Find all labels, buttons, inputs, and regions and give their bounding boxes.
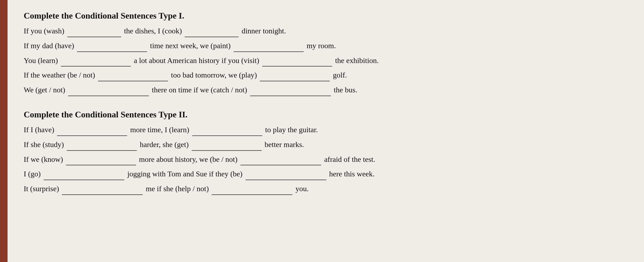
left-accent-bar bbox=[0, 0, 8, 262]
blank-1a[interactable] bbox=[67, 30, 121, 37]
line2-part1: If my dad (have) bbox=[24, 41, 74, 50]
exercise-line-3: You (learn) a lot about American history… bbox=[24, 55, 628, 67]
exercise-line-9: I (go) jogging with Tom and Sue if they … bbox=[24, 168, 628, 180]
blank-7b[interactable] bbox=[192, 143, 262, 151]
line10-part2: me if she (help / not) bbox=[146, 184, 209, 193]
line5-part3: the bus. bbox=[334, 86, 357, 94]
blank-1b[interactable] bbox=[185, 30, 239, 37]
line4-part2: too bad tomorrow, we (play) bbox=[171, 71, 257, 79]
exercise-line-6: If I (have) more time, I (learn) to play… bbox=[24, 124, 628, 136]
line5-part2: there on time if we (catch / not) bbox=[152, 86, 247, 94]
blank-6b[interactable] bbox=[192, 128, 262, 136]
line9-part1: I (go) bbox=[24, 170, 41, 178]
blank-7a[interactable] bbox=[67, 143, 137, 151]
line2-part3: my room. bbox=[307, 41, 336, 50]
line7-part3: better marks. bbox=[265, 140, 304, 149]
section1-title: Complete the Conditional Sentences Type … bbox=[24, 11, 628, 21]
exercise-line-1: If you (wash) the dishes, I (cook) dinne… bbox=[24, 25, 628, 37]
line9-part2: jogging with Tom and Sue if they (be) bbox=[127, 170, 243, 178]
blank-3b[interactable] bbox=[262, 59, 332, 67]
blank-8a[interactable] bbox=[66, 158, 136, 165]
line1-part3: dinner tonight. bbox=[242, 27, 286, 35]
section-gap bbox=[24, 99, 628, 110]
line1-part1: If you (wash) bbox=[24, 27, 64, 35]
blank-3a[interactable] bbox=[61, 59, 131, 67]
line8-part3: afraid of the test. bbox=[324, 155, 375, 163]
line3-part3: the exhibition. bbox=[335, 56, 379, 65]
line3-part2: a lot about American history if you (vis… bbox=[134, 56, 259, 65]
line8-part2: more about history, we (be / not) bbox=[139, 155, 237, 163]
line1-part2: the dishes, I (cook) bbox=[124, 27, 182, 35]
line4-part3: golf. bbox=[333, 71, 347, 79]
line8-part1: If we (know) bbox=[24, 155, 63, 163]
line7-part2: harder, she (get) bbox=[140, 140, 189, 149]
blank-8b[interactable] bbox=[240, 158, 321, 165]
blank-5b[interactable] bbox=[250, 89, 331, 96]
line9-part3: here this week. bbox=[329, 170, 375, 178]
exercise-line-7: If she (study) harder, she (get) better … bbox=[24, 139, 628, 151]
blank-6a[interactable] bbox=[57, 128, 127, 136]
line6-part3: to play the guitar. bbox=[265, 125, 318, 134]
blank-5a[interactable] bbox=[68, 89, 149, 96]
blank-10b[interactable] bbox=[212, 187, 292, 195]
blank-2a[interactable] bbox=[77, 44, 147, 52]
exercise-line-10: It (surprise) me if she (help / not) you… bbox=[24, 183, 628, 195]
line10-part3: you. bbox=[295, 184, 309, 193]
line5-part1: We (get / not) bbox=[24, 86, 65, 94]
line3-part1: You (learn) bbox=[24, 56, 58, 65]
exercise-line-4: If the weather (be / not) too bad tomorr… bbox=[24, 69, 628, 81]
main-content: Complete the Conditional Sentences Type … bbox=[8, 0, 644, 262]
line2-part2: time next week, we (paint) bbox=[150, 41, 230, 50]
blank-10a[interactable] bbox=[62, 187, 143, 195]
blank-9b[interactable] bbox=[246, 173, 326, 180]
exercise-line-2: If my dad (have) time next week, we (pai… bbox=[24, 40, 628, 52]
exercise-line-5: We (get / not) there on time if we (catc… bbox=[24, 84, 628, 96]
line6-part1: If I (have) bbox=[24, 125, 54, 134]
exercise-line-8: If we (know) more about history, we (be … bbox=[24, 153, 628, 166]
blank-4a[interactable] bbox=[98, 74, 168, 81]
line7-part1: If she (study) bbox=[24, 140, 64, 149]
blank-4b[interactable] bbox=[260, 74, 330, 81]
blank-9a[interactable] bbox=[44, 173, 124, 180]
line4-part1: If the weather (be / not) bbox=[24, 71, 95, 79]
section2-title: Complete the Conditional Sentences Type … bbox=[24, 110, 628, 120]
line10-part1: It (surprise) bbox=[24, 184, 59, 193]
line6-part2: more time, I (learn) bbox=[130, 125, 189, 134]
blank-2b[interactable] bbox=[234, 44, 304, 52]
